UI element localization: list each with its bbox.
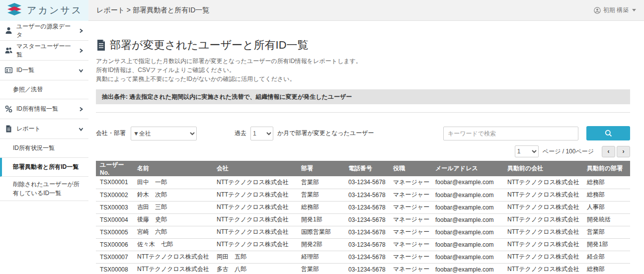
chevron-right-icon (79, 48, 83, 53)
table-row: TSX00001田中 一郎NTTテクノクロス株式会社営業部03-1234-567… (96, 176, 630, 189)
table-cell: 開発統括 (583, 213, 630, 226)
page-select[interactable]: 1 (515, 145, 539, 157)
table-cell: 吉田 三郎 (133, 201, 213, 213)
description-line: 所有ID情報は、CSVファイルよりご確認ください。 (96, 66, 630, 74)
table-cell: NTTテクノクロス株式会社 (133, 263, 213, 274)
caret-down-icon (632, 9, 636, 11)
sidebar-item-report[interactable]: レポート (0, 119, 88, 139)
sidebar-item-id-ownership-list[interactable]: ID所有情報一覧 (0, 99, 88, 119)
table-cell: マネージャー (389, 201, 431, 213)
sidebar-item-label: 削除されたユーザーが所有しているID一覧 (13, 180, 83, 198)
chevron-right-icon (79, 107, 83, 112)
table-cell: foobar@example.com (431, 263, 503, 274)
table-cell: 総務部 (583, 189, 630, 201)
table-cell: NTTテクノクロス株式会社 (503, 263, 583, 274)
user-menu[interactable]: 初期 構築 (594, 6, 636, 14)
search-input[interactable] (443, 127, 578, 140)
table-cell: 鈴木 次郎 (133, 189, 213, 201)
table-cell: 03-1234-5678 (344, 238, 389, 251)
table-cell: 開発1部 (297, 213, 344, 226)
table-cell: 03-1234-5678 (344, 176, 389, 189)
breadcrumb: レポート > 部署異動者と所有ID一覧 (96, 6, 209, 15)
table-cell: TSX00006 (96, 238, 133, 251)
period-select[interactable]: 1 (250, 127, 273, 140)
table-cell: 総務部 (583, 263, 630, 274)
table-cell: マネージャー (389, 213, 431, 226)
report-page-icon (96, 39, 106, 51)
column-header: 異動前の会社 (503, 161, 583, 176)
description-line: 異動によって業務上不要になったIDがないかの確認に活用してください。 (96, 74, 630, 83)
user-name: 初期 構築 (603, 6, 629, 14)
table-row: TSX00002鈴木 次郎NTTテクノクロス株式会社営業部03-1234-567… (96, 189, 630, 201)
table-cell: 岡田 五郎 (213, 251, 297, 263)
column-header: 電話番号 (344, 161, 389, 176)
table-cell: 田中 一郎 (133, 176, 213, 189)
table-cell: NTTテクノクロス株式会社 (213, 201, 297, 213)
table-cell: 営業部 (297, 189, 344, 201)
table-cell: NTTテクノクロス株式会社 (503, 226, 583, 238)
table-cell: NTTテクノクロス株式会社 (213, 189, 297, 201)
table-cell: マネージャー (389, 251, 431, 263)
sidebar-item-label: マスターユーザー一覧 (16, 42, 75, 59)
table-cell: 経理部 (297, 251, 344, 263)
column-header: 会社 (213, 161, 297, 176)
table-cell: NTTテクノクロス株式会社 (503, 251, 583, 263)
table-cell: NTTテクノクロス株式会社 (213, 226, 297, 238)
sidebar-item-label: 参照／洗替 (13, 85, 43, 94)
table-cell: 03-1234-5678 (344, 213, 389, 226)
table-cell: NTTテクノクロス株式会社 (213, 213, 297, 226)
sidebar-subitem-reference-refresh[interactable]: 参照／洗替 (0, 80, 88, 99)
table-cell: TSX00004 (96, 213, 133, 226)
table-row: TSX00007NTTテクノクロス株式会社岡田 五郎経理部03-1234-567… (96, 251, 630, 263)
column-header: 役職 (389, 161, 431, 176)
sidebar-subitem-dept-transfer-id-list[interactable]: 部署異動者と所有ID一覧 (0, 158, 88, 177)
sidebar-item-label: ID所有情報一覧 (16, 105, 75, 113)
search-button[interactable] (586, 126, 630, 140)
table-cell: 開発2部 (297, 238, 344, 251)
table-cell: マネージャー (389, 238, 431, 251)
table-cell: 佐々木 七郎 (133, 238, 213, 251)
table-cell: 営業部 (583, 226, 630, 238)
sidebar-item-id-list[interactable]: ID一覧 (0, 61, 88, 80)
table-cell: 国際営業部 (297, 226, 344, 238)
results-table: ユーザーNo.名前会社部署電話番号役職メールアドレス異動前の会社異動前の部署 T… (96, 161, 630, 274)
sidebar: ユーザーの源泉データ マスターユーザー一覧 ID一覧 参照／洗替 ID所有情報一… (0, 21, 88, 274)
sidebar-item-label: ID一覧 (16, 66, 75, 74)
table-cell: NTTテクノクロス株式会社 (213, 176, 297, 189)
company-dept-label: 会社・部署 (96, 129, 126, 137)
sidebar-subitem-deleted-user-id-list[interactable]: 削除されたユーザーが所有しているID一覧 (0, 177, 88, 201)
table-cell: foobar@example.com (431, 201, 503, 213)
search-icon (605, 130, 612, 137)
sidebar-subitem-id-ownership-status[interactable]: ID所有状況一覧 (0, 139, 88, 158)
table-row: TSX00004後藤 史郎NTTテクノクロス株式会社開発1部03-1234-56… (96, 213, 630, 226)
app-logo[interactable]: アカンサス (0, 0, 88, 21)
table-cell: NTTテクノクロス株式会社 (503, 213, 583, 226)
chevron-down-icon (79, 68, 83, 73)
table-cell: TSX00003 (96, 201, 133, 213)
sidebar-item-master-user-list[interactable]: マスターユーザー一覧 (0, 41, 88, 61)
table-body: TSX00001田中 一郎NTTテクノクロス株式会社営業部03-1234-567… (96, 176, 630, 274)
sidebar-item-label: ユーザーの源泉データ (16, 22, 75, 39)
column-header: ユーザーNo. (96, 161, 133, 176)
table-row: TSX00006佐々木 七郎NTTテクノクロス株式会社開発2部03-1234-5… (96, 238, 630, 251)
next-page-button[interactable]: › (617, 146, 630, 157)
sidebar-item-user-source-data[interactable]: ユーザーの源泉データ (0, 21, 88, 41)
table-cell: 営業部 (297, 263, 344, 274)
table-row: TSX00008NTTテクノクロス株式会社多古 八郎営業部03-1234-567… (96, 263, 630, 274)
description-line: アカンサス上で指定した月数以内に部署が変更となったユーザーの所有ID情報をレポー… (96, 57, 630, 66)
id-card-icon (5, 67, 12, 74)
table-cell: foobar@example.com (431, 213, 503, 226)
table-cell: NTTテクノクロス株式会社 (213, 238, 297, 251)
table-cell: 03-1234-5678 (344, 201, 389, 213)
table-cell: NTTテクノクロス株式会社 (503, 189, 583, 201)
prev-page-button[interactable]: ‹ (602, 146, 615, 157)
period-suffix-label: か月で部署が変更となったユーザー (277, 129, 374, 137)
table-cell: NTTテクノクロス株式会社 (503, 201, 583, 213)
table-header-row: ユーザーNo.名前会社部署電話番号役職メールアドレス異動前の会社異動前の部署 (96, 161, 630, 176)
table-cell: foobar@example.com (431, 238, 503, 251)
page-count-label: ページ / 100ページ (543, 147, 594, 156)
column-header: メールアドレス (431, 161, 503, 176)
table-cell: TSX00005 (96, 226, 133, 238)
company-dept-select[interactable]: ▼全社 (131, 127, 197, 140)
table-cell: 総務部 (297, 201, 344, 213)
